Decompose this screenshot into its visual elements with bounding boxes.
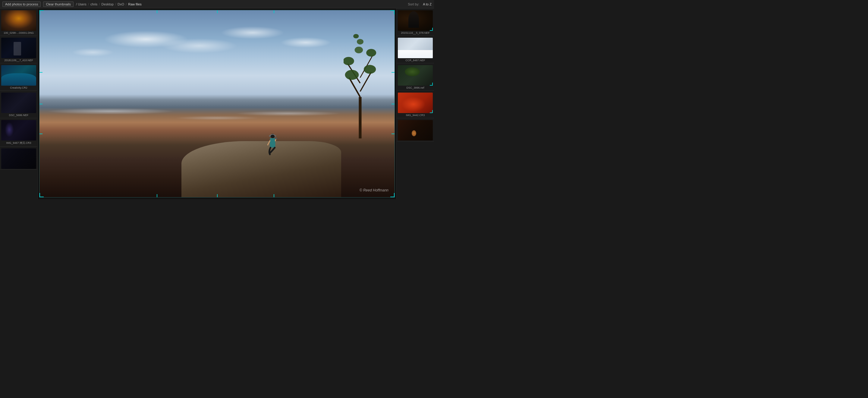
- svg-point-16: [353, 34, 359, 39]
- edge-tick-right-3: [392, 133, 395, 134]
- add-photos-button[interactable]: Add photos to process: [2, 1, 41, 7]
- right-thumb-item-r2[interactable]: CCR_8487.NEF: [397, 36, 434, 63]
- edge-tick-top-2: [217, 10, 218, 13]
- thumb-image-4: [1, 93, 36, 113]
- thumb-image-right-r3: [398, 65, 433, 86]
- edge-tick-top-3: [274, 10, 274, 13]
- left-thumb-item-3[interactable]: ✓Creativity.CR2: [0, 63, 37, 91]
- clear-thumbnails-button[interactable]: Clear thumbnails: [43, 1, 73, 7]
- thumb-label-right-r2: CCR_8487.NEF: [398, 58, 433, 62]
- thumb-label-1: 100_0298-...O0001.DNG: [1, 31, 36, 35]
- thumb-label-right-r1: 20151116__5_078.NEF: [398, 31, 433, 35]
- corner-bl: [39, 193, 44, 197]
- breadcrumb: / Users / chris / Desktop / DxO / Raw fi…: [76, 2, 405, 6]
- thumb-corner-right-r1: [430, 28, 433, 31]
- right-thumb-item-r1[interactable]: ✓20151116__5_078.NEF: [397, 8, 434, 36]
- corner-tl: [39, 10, 44, 14]
- left-thumb-item-6[interactable]: ✓: [0, 147, 37, 170]
- edge-tick-left-1: [39, 72, 42, 73]
- svg-point-12: [344, 57, 354, 65]
- left-thumbnail-panel: ✓100_0298-...O0001.DNG✓20181109__7_410.N…: [0, 8, 38, 199]
- left-thumb-item-1[interactable]: ✓100_0298-...O0001.DNG: [0, 8, 37, 36]
- thumb-label-right-r3: DSC_3896.nef: [398, 86, 433, 90]
- left-thumb-item-4[interactable]: ✓DSC_5686.NEF: [0, 91, 37, 118]
- thumb-label-3: Creativity.CR2: [1, 86, 36, 90]
- thumb-image-6: [1, 148, 36, 169]
- right-thumbnail-panel: ✓20151116__5_078.NEFCCR_8487.NEF✓DSC_389…: [396, 8, 434, 199]
- topbar: Add photos to process Clear thumbnails /…: [0, 0, 434, 8]
- svg-rect-5: [359, 97, 362, 139]
- person-silhouette: [264, 133, 281, 160]
- thumb-label-4: DSC_5686.NEF: [1, 113, 36, 117]
- thumb-image-1: [1, 10, 36, 31]
- svg-point-11: [364, 65, 376, 73]
- edge-tick-bottom-2: [217, 194, 218, 197]
- thumb-image-right-r4: [398, 93, 433, 113]
- thumb-label-2: 20181109__7_410.NEF: [1, 58, 36, 62]
- sort-label: Sort by:: [408, 2, 419, 6]
- thumb-label-right-r4: IMG_9442.CR3: [398, 113, 433, 117]
- left-thumb-item-2[interactable]: ✓20181109__7_410.NEF: [0, 36, 37, 63]
- main-image-container[interactable]: © Reed Hoffmann: [39, 10, 395, 197]
- main-area: ✓100_0298-...O0001.DNG✓20181109__7_410.N…: [0, 8, 434, 199]
- right-thumb-item-r5[interactable]: [397, 118, 434, 142]
- left-thumb-item-5[interactable]: ✓IMG_9467 拷贝.CR3: [0, 118, 37, 147]
- edge-tick-bottom-3: [274, 194, 274, 197]
- corner-tr: [390, 10, 395, 14]
- svg-point-14: [355, 47, 363, 53]
- thumb-image-right-r2: [398, 38, 433, 58]
- thumb-image-2: [1, 38, 36, 58]
- right-thumb-item-r4[interactable]: ✓IMG_9442.CR3: [397, 91, 434, 118]
- corner-br: [390, 193, 395, 197]
- right-thumb-item-r3[interactable]: ✓DSC_3896.nef: [397, 63, 434, 91]
- svg-rect-1: [270, 138, 276, 148]
- tree-silhouette: [344, 20, 377, 147]
- sort-value[interactable]: A to Z: [423, 2, 432, 6]
- edge-tick-left-2: [39, 104, 42, 104]
- svg-point-13: [366, 49, 376, 57]
- edge-tick-right-2: [392, 104, 395, 104]
- svg-rect-4: [275, 137, 277, 139]
- svg-point-15: [357, 39, 364, 44]
- thumb-label-5: IMG_9467 拷贝.CR3: [1, 141, 36, 146]
- thumb-image-3: [1, 65, 36, 86]
- watermark: © Reed Hoffmann: [360, 188, 389, 192]
- edge-tick-bottom-1: [157, 194, 157, 197]
- svg-point-10: [345, 70, 359, 80]
- rock-ledge: [181, 141, 341, 197]
- edge-tick-top-1: [157, 10, 157, 13]
- svg-point-2: [269, 135, 271, 136]
- edge-tick-left-3: [39, 133, 42, 134]
- edge-tick-right-1: [392, 72, 395, 73]
- thumb-corner-right-r4: [430, 110, 433, 113]
- thumb-corner-right-r3: [430, 83, 433, 86]
- main-image-panel: © Reed Hoffmann: [38, 8, 396, 199]
- thumb-image-right-r1: [398, 10, 433, 31]
- svg-point-3: [275, 135, 276, 136]
- thumb-image-right-r5: [398, 120, 433, 141]
- main-photo: © Reed Hoffmann: [39, 10, 395, 197]
- thumb-image-5: [1, 120, 36, 141]
